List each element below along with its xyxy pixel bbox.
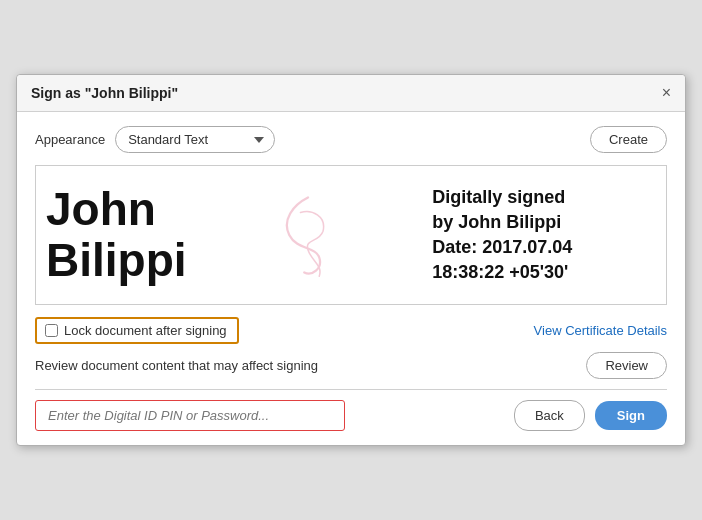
appearance-select[interactable]: Standard Text Custom	[115, 126, 275, 153]
lock-left: Lock document after signing	[35, 317, 239, 344]
bottom-row: Back Sign	[35, 400, 667, 431]
appearance-left: Appearance Standard Text Custom	[35, 126, 275, 153]
pin-input[interactable]	[35, 400, 345, 431]
create-button[interactable]: Create	[590, 126, 667, 153]
sign-button[interactable]: Sign	[595, 401, 667, 430]
dialog-title: Sign as "John Bilippi"	[31, 85, 178, 101]
lock-label: Lock document after signing	[64, 323, 227, 338]
view-certificate-link[interactable]: View Certificate Details	[534, 323, 667, 338]
lock-checkbox[interactable]	[45, 324, 58, 337]
review-text: Review document content that may affect …	[35, 358, 318, 373]
dialog-titlebar: Sign as "John Bilippi" ×	[17, 75, 685, 112]
appearance-label: Appearance	[35, 132, 105, 147]
preview-name-text: John Bilippi	[46, 184, 187, 285]
lock-checkbox-wrapper: Lock document after signing	[35, 317, 239, 344]
bottom-buttons: Back Sign	[514, 400, 667, 431]
lock-row: Lock document after signing View Certifi…	[35, 317, 667, 344]
preview-box: John Bilippi Digitally signed by John Bi…	[35, 165, 667, 305]
review-button[interactable]: Review	[586, 352, 667, 379]
review-row: Review document content that may affect …	[35, 352, 667, 379]
back-button[interactable]: Back	[514, 400, 585, 431]
sign-dialog: Sign as "John Bilippi" × Appearance Stan…	[16, 74, 686, 446]
appearance-row: Appearance Standard Text Custom Create	[35, 126, 667, 153]
divider	[35, 389, 667, 390]
close-button[interactable]: ×	[662, 85, 671, 101]
dialog-body: Appearance Standard Text Custom Create J…	[17, 112, 685, 445]
signature-watermark	[278, 166, 338, 304]
preview-info: Digitally signed by John Bilippi Date: 2…	[338, 166, 666, 304]
preview-name: John Bilippi	[36, 166, 338, 304]
